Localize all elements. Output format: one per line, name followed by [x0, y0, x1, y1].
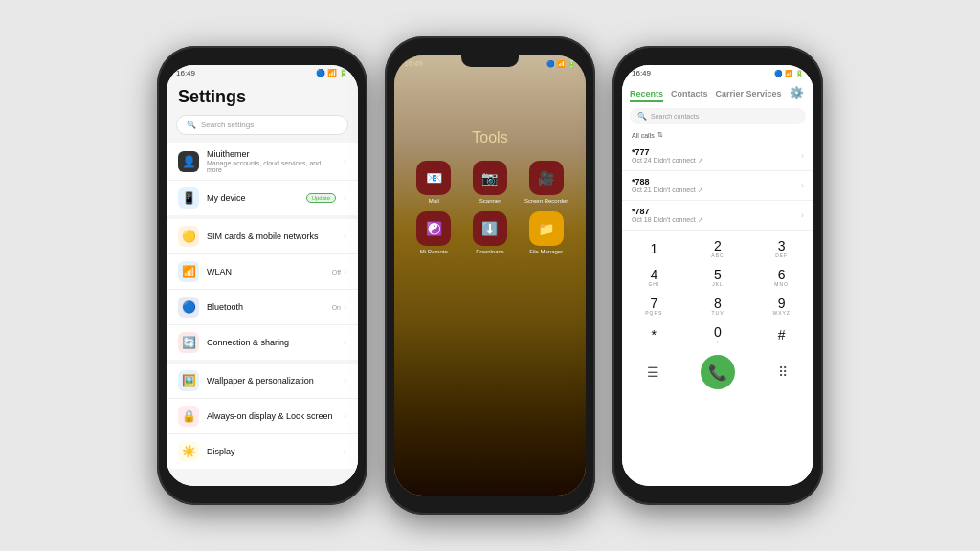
dial-letters-0: +	[716, 339, 720, 344]
app-mail[interactable]: 📧 Mail	[410, 161, 458, 204]
chevron-icon-5: ›	[344, 302, 346, 312]
dial-num-5: 5	[714, 268, 722, 281]
update-badge[interactable]: Update	[306, 193, 336, 203]
time-1: 16:49	[176, 69, 195, 77]
settings-item-miuithemer[interactable]: 👤 Miuithemer Manage accounts, cloud serv…	[167, 143, 358, 181]
dial-num-4: 4	[650, 268, 657, 281]
screenrecorder-label: Screen Recorder	[524, 198, 568, 204]
dial-letters-9: WXYZ	[772, 310, 790, 316]
settings-item-wlan[interactable]: 📶 WLAN Off ›	[167, 254, 358, 290]
downloads-icon: ⬇️	[473, 211, 507, 246]
app-downloads[interactable]: ⬇️ Downloads	[466, 211, 515, 254]
dial-letters-4: GHI	[648, 281, 659, 287]
dial-key-0[interactable]: 0 +	[686, 320, 750, 349]
settings-section-display: 🖼️ Wallpaper & personalization › 🔒 Alway…	[167, 364, 358, 469]
tab-recents[interactable]: Recents	[630, 89, 663, 102]
dial-key-9[interactable]: 9 WXYZ	[749, 292, 813, 320]
call-date-3: Oct 18 Didn't connect ↗	[632, 216, 801, 224]
phone-1: 16:49 🔵 📶 🔋 Settings 🔍 Search settings 👤	[157, 46, 368, 505]
bluetooth-status: On	[332, 304, 341, 311]
connection-icon: 🔄	[178, 332, 199, 353]
call-chevron-1: ›	[801, 151, 804, 161]
dial-letters-7: PQRS	[645, 310, 662, 316]
miuithemer-sub: Manage accounts, cloud services, and mor…	[207, 160, 336, 173]
dial-key-4[interactable]: 4 GHI	[622, 263, 686, 292]
wlan-text: WLAN	[207, 267, 324, 276]
recent-call-1[interactable]: *777 Oct 24 Didn't connect ↗ ›	[622, 142, 813, 171]
call-chevron-3: ›	[801, 210, 804, 220]
dialpad-keypad-icon[interactable]: ⠿	[769, 359, 796, 386]
status-bar-1: 16:49 🔵 📶 🔋	[167, 65, 358, 81]
dial-key-8[interactable]: 8 TUV	[686, 292, 750, 320]
settings-search-bar[interactable]: 🔍 Search settings	[176, 115, 348, 135]
dial-num-6: 6	[778, 268, 786, 281]
dial-key-5[interactable]: 5 JKL	[686, 263, 750, 292]
display-label: Display	[207, 447, 336, 456]
dial-num-8: 8	[714, 297, 722, 310]
display-text: Display	[207, 447, 336, 456]
call-number-3: *787	[632, 207, 801, 216]
settings-item-mydevice[interactable]: 📱 My device Update ›	[167, 181, 358, 215]
tab-contacts[interactable]: Contacts	[671, 89, 708, 102]
dialer-search-bar[interactable]: 🔍 Search contacts	[630, 108, 806, 124]
settings-item-lockscreen[interactable]: 🔒 Always-on display & Lock screen ›	[167, 399, 358, 434]
all-calls-filter[interactable]: All calls ⇅	[622, 128, 813, 142]
call-date-2: Oct 21 Didn't connect ↗	[632, 187, 801, 194]
settings-item-connection[interactable]: 🔄 Connection & sharing ›	[167, 325, 358, 360]
settings-item-sim[interactable]: 🟡 SIM cards & mobile networks ›	[167, 219, 358, 254]
dial-letters-6: MNO	[774, 281, 789, 287]
mydevice-label: My device	[207, 193, 299, 203]
dial-key-3[interactable]: 3 DEF	[749, 234, 813, 263]
call-info-1: *777 Oct 24 Didn't connect ↗	[632, 147, 801, 165]
home-content: 16:49 🔵 📶 🔋 Tools 📧 Mail 📷 Scanner	[394, 55, 586, 496]
dial-key-7[interactable]: 7 PQRS	[622, 292, 686, 320]
app-screen-recorder[interactable]: 🎥 Screen Recorder	[522, 161, 570, 204]
wlan-icon: 📶	[178, 261, 199, 282]
bluetooth-icon: 🔵	[178, 297, 199, 318]
dial-key-1[interactable]: 1	[622, 234, 686, 263]
dial-num-hash: #	[778, 328, 786, 342]
dial-key-6[interactable]: 6 MNO	[749, 263, 813, 292]
recent-call-3[interactable]: *787 Oct 18 Didn't connect ↗ ›	[622, 201, 813, 231]
settings-item-wallpaper[interactable]: 🖼️ Wallpaper & personalization ›	[167, 364, 358, 399]
call-button[interactable]: 📞	[701, 355, 735, 389]
wallpaper-text: Wallpaper & personalization	[207, 376, 336, 386]
time-3: 16:49	[632, 69, 651, 77]
app-scanner[interactable]: 📷 Scanner	[466, 161, 515, 204]
sim-text: SIM cards & mobile networks	[207, 231, 336, 241]
dial-num-1: 1	[650, 242, 657, 255]
wlan-status: Off	[332, 269, 341, 276]
dial-num-3: 3	[778, 239, 786, 253]
home-notch	[461, 55, 519, 67]
connection-text: Connection & sharing	[207, 338, 336, 347]
settings-item-bluetooth[interactable]: 🔵 Bluetooth On ›	[167, 290, 358, 325]
dialpad-menu-icon[interactable]: ☰	[639, 359, 666, 386]
dial-num-0: 0	[714, 325, 722, 339]
dial-letters-2: ABC	[711, 253, 724, 258]
lockscreen-text: Always-on display & Lock screen	[207, 411, 336, 421]
dial-key-hash[interactable]: #	[749, 320, 813, 349]
dial-num-2: 2	[714, 239, 722, 253]
chevron-icon-8: ›	[344, 411, 346, 421]
time-2: 16:49	[404, 59, 423, 68]
bt-icon: 🔵	[316, 69, 325, 77]
dialpad: 1 2 ABC 3 DEF 4 GHI 5 JKL	[622, 234, 813, 349]
tab-carrier[interactable]: Carrier Services	[716, 89, 782, 102]
settings-search-placeholder: Search settings	[201, 121, 254, 129]
mydevice-text: My device	[207, 193, 299, 203]
sim-icon: 🟡	[178, 226, 199, 247]
app-filemanager[interactable]: 📁 File Manager	[522, 211, 570, 254]
search-icon: 🔍	[187, 121, 196, 129]
app-miremote[interactable]: ☯️ Mi Remote	[410, 211, 458, 254]
dial-key-star[interactable]: *	[622, 320, 686, 349]
chevron-icon-4: ›	[344, 267, 346, 276]
call-number-1: *777	[632, 147, 801, 157]
recent-call-2[interactable]: *788 Oct 21 Didn't connect ↗ ›	[622, 171, 813, 201]
dial-num-7: 7	[650, 297, 657, 310]
battery-icon-2: 🔋	[568, 60, 576, 68]
search-contacts-placeholder: Search contacts	[651, 113, 699, 120]
settings-gear-icon[interactable]: ⚙️	[790, 86, 804, 99]
settings-item-display[interactable]: ☀️ Display ›	[167, 434, 358, 469]
connection-label: Connection & sharing	[207, 338, 336, 347]
dial-key-2[interactable]: 2 ABC	[686, 234, 750, 263]
